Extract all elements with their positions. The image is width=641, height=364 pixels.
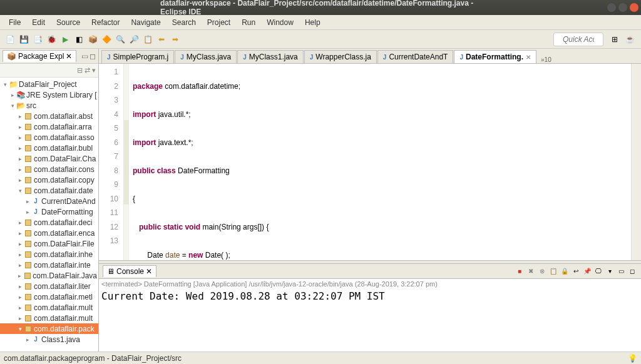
save-icon[interactable]: 💾: [18, 33, 30, 46]
maximize-view-icon[interactable]: ◻: [90, 52, 96, 61]
menu-navigate[interactable]: Navigate: [126, 16, 165, 29]
console-output[interactable]: Current Date: Wed 2019.08.28 at 03:22:07…: [99, 289, 641, 351]
tip-icon[interactable]: 💡: [628, 354, 637, 363]
tree-package[interactable]: ▾com.dataflair.date: [0, 185, 98, 196]
console-toolbar: ■ ✖ ⊗ 📋 🔒 ↩ 📌 🖵 ▾ ▭ ◻: [515, 266, 637, 276]
tree-package[interactable]: ▸com.dataflair.bubl: [0, 143, 98, 153]
open-perspective-icon[interactable]: ⊞: [608, 33, 621, 46]
package-explorer-title: Package Expl: [18, 52, 64, 61]
scroll-lock-icon[interactable]: 🔒: [560, 266, 570, 276]
tree-package[interactable]: ▸com.dataflair.abst: [0, 111, 98, 121]
quick-access-input[interactable]: [553, 33, 603, 46]
close-icon[interactable]: ✕: [146, 267, 152, 276]
terminate-icon[interactable]: ■: [515, 266, 525, 276]
tree-jre[interactable]: ▸📚JRE System Library [: [0, 89, 98, 100]
tree-package[interactable]: ▸com.dataflair.enca: [0, 228, 98, 238]
editor-tab-active[interactable]: DateFormatting.✕: [454, 50, 536, 63]
menu-window[interactable]: Window: [262, 16, 299, 29]
package-explorer: 📦 Package Expl ✕ ▭ ◻ ⊟ ⇄ ▾ ▾📁DataFlair_P…: [0, 49, 99, 351]
remove-all-icon[interactable]: ⊗: [537, 266, 547, 276]
word-wrap-icon[interactable]: ↩: [571, 266, 581, 276]
package-explorer-tab[interactable]: 📦 Package Expl ✕: [3, 50, 76, 62]
editor-tab-bar: SimpleProgram.j MyClass.java MyClass1.ja…: [99, 49, 641, 64]
tree-package[interactable]: ▸com.DataFlair.Java: [0, 270, 98, 281]
code-content[interactable]: package com.dataflair.datetime; import j…: [129, 64, 631, 260]
tree-package[interactable]: ▸com.dataflair.inhe: [0, 249, 98, 260]
new-icon[interactable]: 📄: [4, 33, 16, 46]
pin-icon[interactable]: 📌: [582, 266, 592, 276]
tree-src[interactable]: ▾📂src: [0, 100, 98, 111]
tree-file[interactable]: ▸Class1.java: [0, 334, 98, 345]
editor-tab[interactable]: MyClass.java: [175, 50, 237, 63]
folding-ruler[interactable]: [124, 64, 129, 260]
forward-icon[interactable]: ➡: [169, 33, 182, 46]
new-pkg-icon[interactable]: 📦: [86, 33, 99, 46]
minimize-view-icon[interactable]: ▭: [81, 52, 88, 61]
tree-package[interactable]: ▸com.dataflair.deci: [0, 217, 98, 228]
menu-project[interactable]: Project: [202, 16, 235, 29]
tree-package[interactable]: ▸com.dataflair.copy: [0, 174, 98, 185]
maximize-console-icon[interactable]: ◻: [627, 266, 637, 276]
editor-tab[interactable]: WrapperClass.ja: [304, 50, 377, 63]
main-area: 📦 Package Expl ✕ ▭ ◻ ⊟ ⇄ ▾ ▾📁DataFlair_P…: [0, 49, 641, 351]
search-icon[interactable]: 🔎: [128, 33, 140, 46]
back-icon[interactable]: ⬅: [155, 33, 168, 46]
tree-package[interactable]: ▸com.dataflair.liter: [0, 281, 98, 291]
overview-ruler[interactable]: [631, 64, 641, 260]
sidebar-toolbar: ⊟ ⇄ ▾: [0, 64, 98, 78]
menu-file[interactable]: File: [4, 16, 26, 29]
link-editor-icon[interactable]: ⇄: [85, 66, 90, 74]
debug-icon[interactable]: 🐞: [45, 33, 58, 46]
remove-launch-icon[interactable]: ✖: [526, 266, 536, 276]
package-icon: 📦: [7, 52, 16, 61]
tree-package[interactable]: ▸com.dataflair.arra: [0, 121, 98, 132]
tree-project[interactable]: ▾📁DataFlair_Project: [0, 79, 98, 89]
tree-package[interactable]: ▸com.dataflair.mult: [0, 302, 98, 313]
menu-source[interactable]: Source: [51, 16, 85, 29]
editor-tab[interactable]: MyClass1.java: [237, 50, 304, 63]
save-all-icon[interactable]: 📑: [31, 33, 44, 46]
open-type-icon[interactable]: 🔍: [114, 33, 126, 46]
tree-package[interactable]: ▸com.dataflair.metl: [0, 291, 98, 302]
tree-file[interactable]: ▸DateFormatting: [0, 206, 98, 217]
sidebar-controls: ▭ ◻: [81, 52, 96, 61]
close-icon[interactable]: ✕: [66, 52, 72, 61]
close-tab-icon[interactable]: ✕: [526, 54, 531, 61]
tree-package[interactable]: ▸com.DataFlair.File: [0, 238, 98, 249]
display-icon[interactable]: 🖵: [593, 266, 603, 276]
console-icon: 🖥: [107, 267, 115, 276]
editor-tab[interactable]: SimpleProgram.j: [101, 50, 174, 63]
minimize-console-icon[interactable]: ▭: [616, 266, 626, 276]
perspective-bar: ⊞ ☕: [608, 33, 637, 46]
menu-refactor[interactable]: Refactor: [86, 16, 125, 29]
view-menu-icon[interactable]: ▾: [92, 66, 96, 74]
clear-icon[interactable]: 📋: [548, 266, 558, 276]
maximize-button[interactable]: [618, 3, 627, 12]
tree-package-selected[interactable]: ▾com.dataflair.pack: [0, 323, 98, 334]
editor-tab[interactable]: CurrentDateAndT: [377, 50, 454, 63]
close-button[interactable]: [630, 3, 638, 12]
new-class-icon[interactable]: 🔶: [100, 33, 113, 46]
tree-file[interactable]: ▸CurrentDateAnd: [0, 196, 98, 206]
tree-package[interactable]: ▸com.dataflair.cons: [0, 164, 98, 174]
console-tab[interactable]: 🖥 Console ✕: [103, 265, 156, 277]
tree-package[interactable]: ▸com.dataflair.inte: [0, 260, 98, 270]
tree-package[interactable]: ▸com.dataflair.mult: [0, 313, 98, 323]
menu-edit[interactable]: Edit: [27, 16, 50, 29]
tree-package[interactable]: ▸com.dataflair.asso: [0, 132, 98, 143]
window-controls: [607, 3, 638, 12]
collapse-all-icon[interactable]: ⊟: [77, 66, 83, 74]
minimize-button[interactable]: [607, 3, 616, 12]
menu-help[interactable]: Help: [300, 16, 326, 29]
project-tree[interactable]: ▾📁DataFlair_Project ▸📚JRE System Library…: [0, 78, 98, 351]
java-perspective-icon[interactable]: ☕: [623, 33, 636, 46]
toggle-icon[interactable]: 📋: [141, 33, 154, 46]
tabs-more[interactable]: »10: [541, 56, 551, 63]
tree-package[interactable]: ▸com.DataFlair.Cha: [0, 153, 98, 164]
open-console-icon[interactable]: ▾: [605, 266, 615, 276]
code-editor[interactable]: 12345678910111213 package com.dataflair.…: [99, 64, 641, 260]
menu-search[interactable]: Search: [167, 16, 201, 29]
coverage-icon[interactable]: ◧: [73, 33, 85, 46]
menu-run[interactable]: Run: [237, 16, 260, 29]
run-icon[interactable]: ▶: [59, 33, 71, 46]
